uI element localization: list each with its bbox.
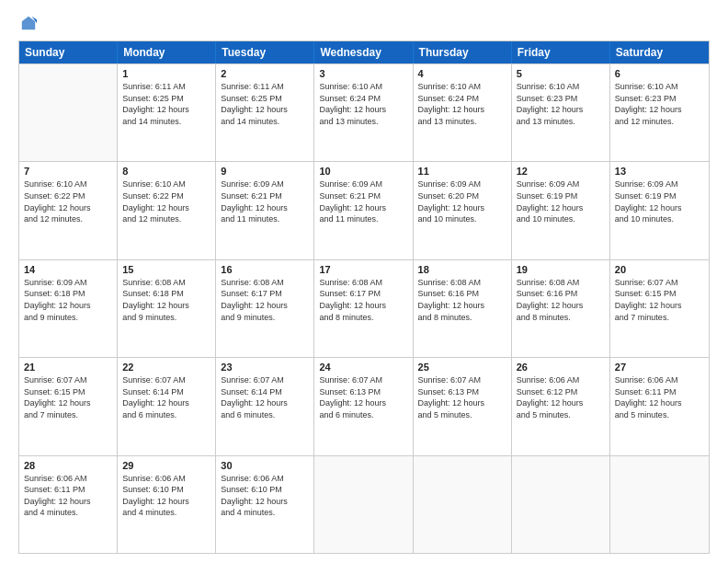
calendar-day-29: 29Sunrise: 6:06 AM Sunset: 6:10 PM Dayli… — [118, 456, 216, 553]
day-number: 27 — [615, 362, 704, 373]
calendar-day-26: 26Sunrise: 6:06 AM Sunset: 6:12 PM Dayli… — [512, 358, 610, 454]
day-info: Sunrise: 6:06 AM Sunset: 6:11 PM Dayligh… — [24, 473, 112, 519]
calendar-row-1: 7Sunrise: 6:10 AM Sunset: 6:22 PM Daylig… — [19, 161, 709, 259]
day-number: 24 — [319, 362, 407, 373]
calendar-day-19: 19Sunrise: 6:08 AM Sunset: 6:16 PM Dayli… — [512, 260, 610, 357]
calendar-empty-cell — [512, 456, 610, 553]
calendar-day-13: 13Sunrise: 6:09 AM Sunset: 6:19 PM Dayli… — [610, 162, 709, 259]
calendar-day-23: 23Sunrise: 6:07 AM Sunset: 6:14 PM Dayli… — [216, 358, 314, 454]
day-info: Sunrise: 6:08 AM Sunset: 6:17 PM Dayligh… — [221, 277, 309, 323]
day-info: Sunrise: 6:10 AM Sunset: 6:23 PM Dayligh… — [517, 81, 605, 127]
day-info: Sunrise: 6:06 AM Sunset: 6:11 PM Dayligh… — [615, 374, 704, 420]
calendar-day-21: 21Sunrise: 6:07 AM Sunset: 6:15 PM Dayli… — [19, 358, 118, 454]
header-day-friday: Friday — [512, 41, 610, 63]
day-number: 26 — [517, 362, 605, 373]
header-day-wednesday: Wednesday — [314, 41, 413, 63]
day-number: 12 — [517, 166, 605, 177]
day-info: Sunrise: 6:07 AM Sunset: 6:13 PM Dayligh… — [418, 374, 506, 420]
day-number: 23 — [221, 362, 309, 373]
day-number: 9 — [221, 166, 309, 177]
day-info: Sunrise: 6:10 AM Sunset: 6:22 PM Dayligh… — [24, 178, 112, 224]
page: SundayMondayTuesdayWednesdayThursdayFrid… — [0, 0, 728, 563]
day-info: Sunrise: 6:08 AM Sunset: 6:18 PM Dayligh… — [122, 277, 210, 323]
day-number: 2 — [221, 68, 309, 79]
header — [18, 15, 710, 31]
day-info: Sunrise: 6:06 AM Sunset: 6:12 PM Dayligh… — [517, 374, 605, 420]
day-info: Sunrise: 6:07 AM Sunset: 6:15 PM Dayligh… — [615, 277, 704, 323]
calendar-day-18: 18Sunrise: 6:08 AM Sunset: 6:16 PM Dayli… — [414, 260, 512, 357]
calendar-day-24: 24Sunrise: 6:07 AM Sunset: 6:13 PM Dayli… — [314, 358, 413, 454]
day-info: Sunrise: 6:06 AM Sunset: 6:10 PM Dayligh… — [221, 473, 309, 519]
calendar-day-4: 4Sunrise: 6:10 AM Sunset: 6:24 PM Daylig… — [414, 64, 512, 161]
calendar-day-3: 3Sunrise: 6:10 AM Sunset: 6:24 PM Daylig… — [314, 64, 413, 161]
calendar-day-16: 16Sunrise: 6:08 AM Sunset: 6:17 PM Dayli… — [216, 260, 314, 357]
calendar-empty-cell — [414, 456, 512, 553]
calendar-day-9: 9Sunrise: 6:09 AM Sunset: 6:21 PM Daylig… — [216, 162, 314, 259]
day-number: 3 — [319, 68, 407, 79]
header-day-tuesday: Tuesday — [216, 41, 314, 63]
calendar-empty-cell — [19, 64, 118, 161]
day-number: 8 — [122, 166, 210, 177]
header-day-sunday: Sunday — [19, 41, 118, 63]
day-number: 14 — [24, 264, 112, 275]
day-info: Sunrise: 6:07 AM Sunset: 6:15 PM Dayligh… — [24, 374, 112, 420]
calendar-day-12: 12Sunrise: 6:09 AM Sunset: 6:19 PM Dayli… — [512, 162, 610, 259]
calendar-row-2: 14Sunrise: 6:09 AM Sunset: 6:18 PM Dayli… — [19, 259, 709, 357]
day-info: Sunrise: 6:06 AM Sunset: 6:10 PM Dayligh… — [122, 473, 210, 519]
header-day-thursday: Thursday — [414, 41, 512, 63]
calendar-empty-cell — [314, 456, 413, 553]
calendar-day-8: 8Sunrise: 6:10 AM Sunset: 6:22 PM Daylig… — [118, 162, 216, 259]
day-number: 29 — [122, 460, 210, 471]
calendar-day-15: 15Sunrise: 6:08 AM Sunset: 6:18 PM Dayli… — [118, 260, 216, 357]
calendar-row-3: 21Sunrise: 6:07 AM Sunset: 6:15 PM Dayli… — [19, 357, 709, 454]
day-number: 1 — [122, 68, 210, 79]
day-number: 20 — [615, 264, 704, 275]
calendar-day-6: 6Sunrise: 6:10 AM Sunset: 6:23 PM Daylig… — [610, 64, 709, 161]
calendar-day-5: 5Sunrise: 6:10 AM Sunset: 6:23 PM Daylig… — [512, 64, 610, 161]
calendar-day-22: 22Sunrise: 6:07 AM Sunset: 6:14 PM Dayli… — [118, 358, 216, 454]
day-number: 13 — [615, 166, 704, 177]
calendar: SundayMondayTuesdayWednesdayThursdayFrid… — [18, 40, 710, 554]
day-number: 21 — [24, 362, 112, 373]
day-number: 7 — [24, 166, 112, 177]
calendar-day-2: 2Sunrise: 6:11 AM Sunset: 6:25 PM Daylig… — [216, 64, 314, 161]
day-info: Sunrise: 6:09 AM Sunset: 6:21 PM Dayligh… — [319, 178, 407, 224]
calendar-day-25: 25Sunrise: 6:07 AM Sunset: 6:13 PM Dayli… — [414, 358, 512, 454]
day-info: Sunrise: 6:08 AM Sunset: 6:17 PM Dayligh… — [319, 277, 407, 323]
day-info: Sunrise: 6:08 AM Sunset: 6:16 PM Dayligh… — [517, 277, 605, 323]
logo — [18, 15, 37, 31]
day-info: Sunrise: 6:08 AM Sunset: 6:16 PM Dayligh… — [418, 277, 506, 323]
day-number: 30 — [221, 460, 309, 471]
day-number: 5 — [517, 68, 605, 79]
calendar-day-30: 30Sunrise: 6:06 AM Sunset: 6:10 PM Dayli… — [216, 456, 314, 553]
day-info: Sunrise: 6:10 AM Sunset: 6:22 PM Dayligh… — [122, 178, 210, 224]
day-number: 11 — [418, 166, 506, 177]
day-number: 6 — [615, 68, 704, 79]
day-number: 16 — [221, 264, 309, 275]
calendar-day-20: 20Sunrise: 6:07 AM Sunset: 6:15 PM Dayli… — [610, 260, 709, 357]
calendar-day-28: 28Sunrise: 6:06 AM Sunset: 6:11 PM Dayli… — [19, 456, 118, 553]
calendar-day-17: 17Sunrise: 6:08 AM Sunset: 6:17 PM Dayli… — [314, 260, 413, 357]
day-info: Sunrise: 6:09 AM Sunset: 6:18 PM Dayligh… — [24, 277, 112, 323]
day-number: 17 — [319, 264, 407, 275]
calendar-day-1: 1Sunrise: 6:11 AM Sunset: 6:25 PM Daylig… — [118, 64, 216, 161]
calendar-day-7: 7Sunrise: 6:10 AM Sunset: 6:22 PM Daylig… — [19, 162, 118, 259]
day-info: Sunrise: 6:07 AM Sunset: 6:14 PM Dayligh… — [221, 374, 309, 420]
day-number: 18 — [418, 264, 506, 275]
day-info: Sunrise: 6:10 AM Sunset: 6:23 PM Dayligh… — [615, 81, 704, 127]
logo-icon — [20, 15, 37, 31]
day-number: 19 — [517, 264, 605, 275]
day-info: Sunrise: 6:10 AM Sunset: 6:24 PM Dayligh… — [319, 81, 407, 127]
calendar-day-11: 11Sunrise: 6:09 AM Sunset: 6:20 PM Dayli… — [414, 162, 512, 259]
day-number: 15 — [122, 264, 210, 275]
day-number: 4 — [418, 68, 506, 79]
day-info: Sunrise: 6:09 AM Sunset: 6:19 PM Dayligh… — [615, 178, 704, 224]
day-info: Sunrise: 6:11 AM Sunset: 6:25 PM Dayligh… — [221, 81, 309, 127]
day-info: Sunrise: 6:09 AM Sunset: 6:19 PM Dayligh… — [517, 178, 605, 224]
header-day-saturday: Saturday — [610, 41, 709, 63]
header-day-monday: Monday — [118, 41, 216, 63]
calendar-body: 1Sunrise: 6:11 AM Sunset: 6:25 PM Daylig… — [19, 63, 709, 553]
calendar-header: SundayMondayTuesdayWednesdayThursdayFrid… — [19, 41, 709, 63]
day-number: 28 — [24, 460, 112, 471]
day-info: Sunrise: 6:09 AM Sunset: 6:20 PM Dayligh… — [418, 178, 506, 224]
